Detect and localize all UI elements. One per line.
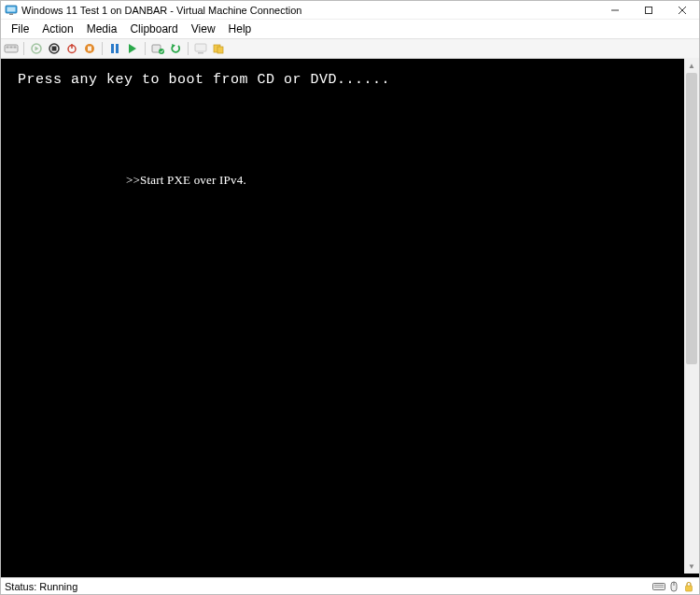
menu-help[interactable]: Help [222, 21, 259, 37]
start-button [28, 40, 45, 57]
scroll-thumb[interactable] [686, 73, 697, 364]
toolbar [1, 38, 699, 59]
svg-rect-1 [7, 7, 16, 11]
vm-console[interactable]: Press any key to boot from CD or DVD....… [1, 59, 699, 577]
turn-off-button[interactable] [46, 40, 63, 57]
pause-button[interactable] [106, 40, 123, 57]
status-bar: Status: Running [1, 577, 699, 594]
svg-rect-14 [52, 47, 57, 51]
toolbar-separator [23, 42, 24, 55]
svg-rect-26 [198, 52, 203, 54]
svg-rect-2 [9, 13, 13, 15]
vmconnect-window: Windows 11 Test 1 on DANBAR - Virtual Ma… [0, 0, 700, 595]
shutdown-button[interactable] [63, 40, 80, 57]
checkpoint-button[interactable] [149, 40, 166, 57]
vertical-scrollbar[interactable]: ▲ ▼ [684, 58, 699, 574]
scroll-up-arrow[interactable]: ▲ [684, 58, 699, 73]
menu-action[interactable]: Action [35, 21, 79, 37]
svg-rect-19 [111, 44, 114, 53]
ctrl-alt-del-button[interactable] [3, 40, 20, 57]
app-icon [5, 4, 18, 17]
menu-clipboard[interactable]: Clipboard [123, 21, 184, 37]
keyboard-status-icon [652, 580, 665, 593]
svg-rect-20 [116, 44, 119, 53]
toolbar-separator [102, 42, 103, 55]
menu-view[interactable]: View [185, 21, 222, 37]
svg-marker-12 [35, 47, 39, 51]
close-button[interactable] [665, 1, 699, 19]
status-text: Status: Running [5, 581, 77, 592]
mouse-status-icon [667, 580, 680, 593]
reset-button[interactable] [124, 40, 141, 57]
save-button[interactable] [81, 40, 98, 57]
svg-rect-29 [653, 583, 665, 589]
pxe-status-text: >>Start PXE over IPv4. [126, 173, 246, 188]
menu-media[interactable]: Media [80, 21, 124, 37]
svg-rect-18 [88, 47, 91, 51]
share-button[interactable] [210, 40, 227, 57]
window-title: Windows 11 Test 1 on DANBAR - Virtual Ma… [21, 5, 598, 16]
lock-status-icon [682, 580, 695, 593]
maximize-button[interactable] [632, 1, 665, 19]
minimize-button[interactable] [598, 1, 632, 19]
menu-bar: File Action Media Clipboard View Help [1, 20, 699, 38]
window-controls [598, 1, 699, 19]
menu-file[interactable]: File [5, 21, 35, 37]
toolbar-separator [188, 42, 189, 55]
svg-rect-7 [5, 45, 18, 52]
svg-rect-9 [10, 47, 13, 49]
svg-rect-4 [646, 7, 652, 13]
enhanced-session-button [192, 40, 209, 57]
revert-button[interactable] [167, 40, 184, 57]
svg-marker-21 [129, 44, 136, 53]
toolbar-separator [145, 42, 146, 55]
svg-rect-25 [195, 44, 206, 51]
title-bar[interactable]: Windows 11 Test 1 on DANBAR - Virtual Ma… [1, 1, 699, 20]
svg-rect-8 [7, 47, 9, 49]
boot-prompt-text: Press any key to boot from CD or DVD....… [18, 72, 390, 88]
svg-rect-10 [14, 47, 17, 49]
svg-point-23 [159, 49, 164, 54]
svg-rect-34 [686, 586, 693, 591]
scroll-track[interactable] [684, 73, 699, 559]
scroll-down-arrow[interactable]: ▼ [684, 559, 699, 574]
svg-rect-28 [217, 47, 223, 53]
